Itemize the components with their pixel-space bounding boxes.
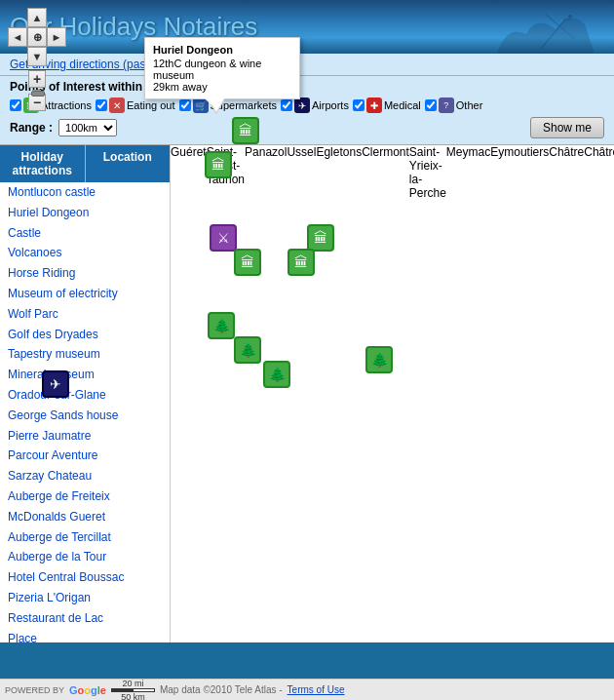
eating-icon: ✕ (109, 97, 125, 113)
medical-label: Medical (384, 99, 421, 111)
eating-label: Eating out (127, 99, 175, 111)
sidebar-item-pizeria[interactable]: Pizeria L'Origan (0, 588, 170, 608)
filter-other: ? Other (425, 97, 483, 113)
filter-supermarkets: 🛒 Supermarkets (179, 97, 277, 113)
sidebar-item-mcdonalds[interactable]: McDonalds Gueret (0, 507, 170, 527)
sidebar-item-sarzay-chateau[interactable]: Sarzay Chateau (0, 466, 170, 486)
sidebar-item-pierre-jaumatre[interactable]: Pierre Jaumatre (0, 426, 170, 447)
marker-green3-icon[interactable]: 🏛 (307, 224, 334, 252)
tooltip-line1: 12thC dungeon & wine museum (153, 58, 291, 81)
sidebar-item-tapestry-museum[interactable]: Tapestry museum (0, 344, 170, 365)
marker-attraction1-icon[interactable]: 🏛 (205, 151, 232, 178)
sidebar: Holiday attractions Location Montlucon c… (0, 145, 171, 642)
nav-row-mid: ◄ ⊕ ► (8, 27, 66, 47)
marker-purple1-icon[interactable]: ⚔ (210, 224, 237, 252)
zoom-in-button[interactable]: + (28, 70, 46, 88)
airports-label: Airports (312, 99, 349, 111)
sidebar-item-huriel-dongeon[interactable]: Huriel Dongeon (0, 203, 170, 223)
main-area: Holiday attractions Location Montlucon c… (0, 145, 614, 642)
sidebar-item-oradour[interactable]: Oradour-sur-Glane (0, 385, 170, 406)
range-row: Range : 50km 100km 150km 200km Show me (10, 117, 604, 138)
tooltip-title: Huriel Dongeon (153, 44, 291, 56)
tooltip-arrow (209, 98, 224, 112)
filter-eating: ✕ Eating out (96, 97, 175, 113)
nav-right-button[interactable]: ► (47, 27, 66, 47)
marker-green4[interactable]: 🏛 (288, 249, 315, 276)
show-me-button[interactable]: Show me (530, 117, 604, 138)
sidebar-item-auberge-tour[interactable]: Auberge de la Tour (0, 547, 170, 567)
supermarkets-checkbox[interactable] (179, 99, 191, 111)
marker-green7-icon[interactable]: 🌲 (263, 361, 290, 388)
sidebar-item-museum-electricity[interactable]: Museum of electricity (0, 284, 170, 304)
other-checkbox[interactable] (425, 99, 437, 111)
location-header: Location (86, 145, 171, 182)
eating-checkbox[interactable] (96, 99, 107, 111)
sidebar-item-wolf-parc[interactable]: Wolf Parc (0, 304, 170, 325)
nav-up-button[interactable]: ▲ (27, 8, 47, 27)
zoom-thumb (31, 91, 45, 97)
map-controls: ▲ ◄ ⊕ ► ▼ + − (8, 8, 66, 111)
sidebar-item-golf-dryades[interactable]: Golf des Dryades (0, 325, 170, 345)
marker-green3[interactable]: 🏛 (307, 224, 334, 252)
marker-airport-icon[interactable]: ✈ (42, 370, 69, 398)
attractions-header: Holiday attractions (0, 145, 86, 182)
marker-green6[interactable]: 🌲 (234, 336, 261, 364)
sidebar-item-castle[interactable]: Castle (0, 223, 170, 244)
marker-green5[interactable]: 🌲 (208, 312, 235, 339)
sidebar-item-parcour-aventure[interactable]: Parcour Aventure (0, 446, 170, 466)
nav-row-down: ▼ (8, 47, 66, 66)
marker-green8-icon[interactable]: 🌲 (365, 346, 393, 373)
filter-airports: ✈ Airports (281, 97, 349, 113)
sidebar-item-montlucon-castle[interactable]: Montlucon castle (0, 182, 170, 203)
sidebar-items-list: Montlucon castle Huriel Dongeon Castle V… (0, 182, 170, 642)
airports-icon: ✈ (294, 97, 310, 113)
nav-center-button[interactable]: ⊕ (27, 27, 47, 47)
sidebar-header-row: Holiday attractions Location (0, 145, 170, 182)
marker-green4-icon[interactable]: 🏛 (288, 249, 315, 276)
map-tooltip: Huriel Dongeon 12thC dungeon & wine muse… (144, 37, 300, 99)
sidebar-item-george-sands[interactable]: George Sands house (0, 406, 170, 426)
nav-row-up: ▲ (8, 8, 66, 27)
sidebar-item-place[interactable]: Place (0, 629, 170, 642)
marker-green5-icon[interactable]: 🌲 (208, 312, 235, 339)
zoom-track[interactable] (33, 90, 41, 92)
marker-purple1[interactable]: ⚔ (210, 224, 237, 252)
marker-huriel[interactable]: 🏛 (232, 117, 259, 144)
filter-medical: ✚ Medical (353, 97, 421, 113)
marker-huriel-icon[interactable]: 🏛 (232, 117, 259, 144)
marker-green6-icon[interactable]: 🌲 (234, 336, 261, 364)
other-icon: ? (439, 97, 454, 113)
marker-airport[interactable]: ✈ (42, 370, 69, 398)
sidebar-item-volcanoes[interactable]: Volcanoes (0, 243, 170, 263)
medical-checkbox[interactable] (353, 99, 365, 111)
marker-green2[interactable]: 🏛 (234, 249, 261, 276)
range-select[interactable]: 50km 100km 150km 200km (58, 119, 117, 136)
other-label: Other (456, 99, 483, 111)
page-header: Our Holidays Notaires (0, 0, 614, 54)
svg-point-1 (568, 15, 572, 19)
sidebar-item-restaurant-lac[interactable]: Restaurant de Lac (0, 608, 170, 629)
marker-green7[interactable]: 🌲 (263, 361, 290, 388)
top-bar: Get driving directions (password protect… (0, 54, 614, 76)
sidebar-item-mineral-museum[interactable]: Mineral museum (0, 365, 170, 385)
nav-down-button[interactable]: ▼ (27, 47, 47, 66)
sidebar-item-auberge-freiteix[interactable]: Auberge de Freiteix (0, 486, 170, 507)
airports-checkbox[interactable] (281, 99, 292, 111)
filter-options: 🏛 Attractions ✕ Eating out 🛒 Supermarket… (10, 97, 604, 113)
sidebar-item-horse-riding[interactable]: Horse Riding (0, 263, 170, 284)
header-decoration (487, 5, 604, 54)
nav-left-button[interactable]: ◄ (8, 27, 27, 47)
marker-green2-icon[interactable]: 🏛 (234, 249, 261, 276)
sidebar-item-hotel-central[interactable]: Hotel Central Boussac (0, 567, 170, 588)
medical-icon: ✚ (366, 97, 382, 113)
tooltip-line2: 29km away (153, 81, 291, 93)
marker-attraction1[interactable]: 🏛 (205, 151, 232, 178)
marker-green8[interactable]: 🌲 (365, 346, 393, 373)
poi-label: Points of Interest within 100 km (10, 80, 604, 94)
range-label: Range : (10, 121, 53, 135)
zoom-control: + − (8, 70, 66, 111)
filter-bar: Points of Interest within 100 km 🏛 Attra… (0, 76, 614, 145)
sidebar-item-auberge-tercillat[interactable]: Auberge de Tercillat (0, 527, 170, 548)
